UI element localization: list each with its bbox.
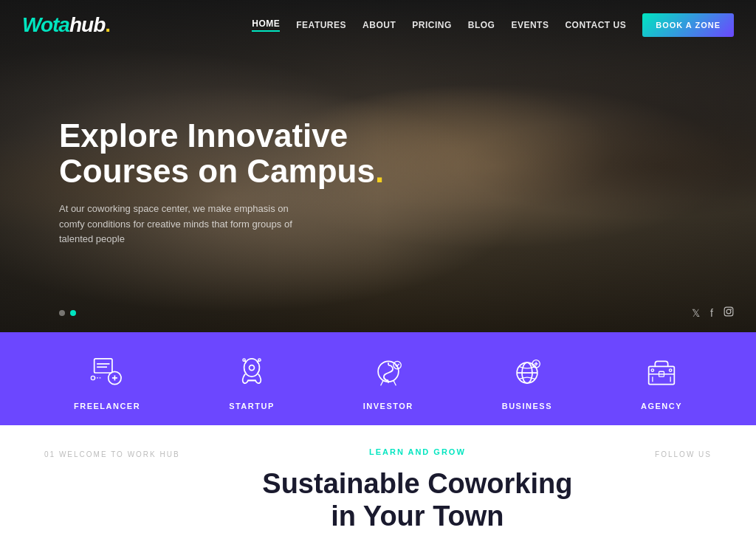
nav-home[interactable]: HOME (252, 18, 280, 32)
business-icon (507, 353, 547, 393)
svg-point-15 (258, 359, 261, 361)
logo-hub: hub (69, 13, 105, 36)
bottom-heading-line1: Sustainable Coworking (262, 468, 572, 499)
bottom-left-label: 01 WELCOME TO WORK HUB (44, 447, 180, 458)
band-item-business[interactable]: BUSINESS (502, 353, 552, 410)
logo: Wotahub. (22, 13, 110, 37)
agency-icon (642, 353, 681, 393)
svg-point-30 (669, 369, 671, 371)
hero-content: Explore Innovative Courses on Campus. At… (59, 118, 384, 247)
nav-events[interactable]: EVENTS (511, 20, 549, 30)
main-nav: HOME FEATURES ABOUT PRICING BLOG EVENTS … (252, 13, 734, 37)
investor-label: INVESTOR (363, 402, 413, 410)
book-zone-button[interactable]: BOOK A ZONE (642, 13, 734, 37)
twitter-icon[interactable]: 𝕏 (692, 307, 700, 319)
svg-point-11 (244, 359, 260, 377)
nav-features[interactable]: FEATURES (296, 20, 346, 30)
dot-1[interactable] (59, 310, 65, 316)
bottom-heading: Sustainable Coworking in Your Town (210, 468, 625, 532)
bottom-heading-line2: in Your Town (331, 501, 504, 532)
nav-about[interactable]: ABOUT (362, 20, 396, 30)
svg-rect-3 (94, 359, 112, 373)
startup-icon (232, 353, 272, 393)
freelancer-label: FREELANCER (74, 402, 140, 410)
bottom-right-label: FOLLOW US (655, 447, 712, 458)
logo-wota: Wota (22, 13, 69, 36)
instagram-icon[interactable] (724, 306, 734, 319)
services-band: FREELANCER STARTUP (0, 332, 756, 425)
band-item-agency[interactable]: AGENCY (641, 353, 682, 410)
band-item-freelancer[interactable]: FREELANCER (74, 353, 140, 410)
header: Wotahub. HOME FEATURES ABOUT PRICING BLO… (0, 0, 756, 50)
nav-blog[interactable]: BLOG (468, 20, 495, 30)
hero-title-line1: Explore Innovative (59, 117, 348, 154)
nav-pricing[interactable]: PRICING (412, 20, 452, 30)
hero-title-line2: Courses on Campus (59, 153, 375, 189)
hero-title-accent: . (375, 153, 384, 189)
svg-point-29 (651, 369, 653, 371)
nav-contact[interactable]: CONTACT US (565, 20, 626, 30)
hero-title: Explore Innovative Courses on Campus. (59, 118, 384, 190)
facebook-icon[interactable]: f (710, 307, 713, 319)
band-item-investor[interactable]: INVESTOR (363, 353, 413, 410)
svg-point-14 (243, 359, 245, 361)
bottom-section: 01 WELCOME TO WORK HUB LEARN AND GROW Su… (0, 425, 756, 550)
business-label: BUSINESS (502, 402, 552, 410)
bottom-center-content: LEARN AND GROW Sustainable Coworking in … (180, 447, 655, 532)
logo-dot: . (105, 13, 110, 36)
band-item-startup[interactable]: STARTUP (229, 353, 275, 410)
agency-label: AGENCY (641, 402, 682, 410)
hero-subtitle: At our coworking space center, we make e… (59, 202, 295, 247)
bottom-tag: LEARN AND GROW (210, 447, 625, 456)
hero-dots (59, 310, 76, 316)
hero-social: 𝕏 f (692, 306, 734, 319)
freelancer-icon (87, 353, 127, 393)
svg-point-2 (730, 309, 732, 310)
svg-point-13 (249, 365, 254, 371)
investor-icon (368, 353, 408, 393)
svg-rect-0 (724, 307, 733, 316)
svg-point-1 (726, 309, 731, 314)
startup-label: STARTUP (229, 402, 275, 410)
dot-2[interactable] (70, 310, 76, 316)
